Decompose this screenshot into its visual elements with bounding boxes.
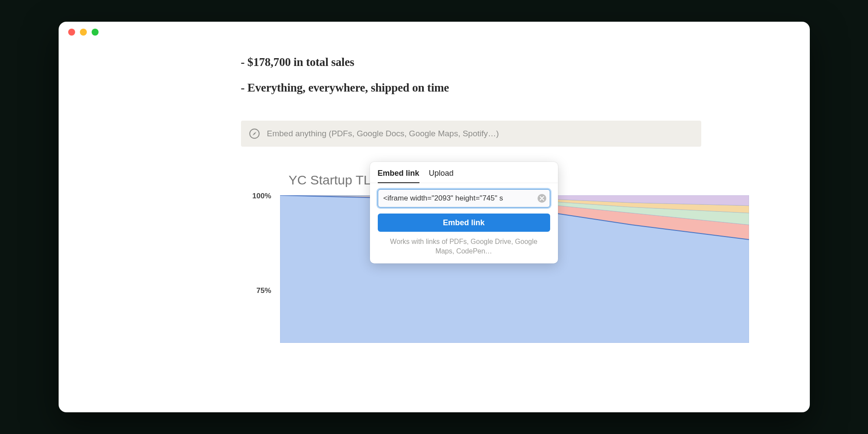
y-tick-100: 100% <box>241 192 271 201</box>
document-content: - $178,700 in total sales - Everything, … <box>59 43 810 147</box>
maximize-window-button[interactable] <box>92 29 99 36</box>
tab-upload[interactable]: Upload <box>429 167 454 183</box>
minimize-window-button[interactable] <box>80 29 87 36</box>
tab-embed-link[interactable]: Embed link <box>378 167 419 183</box>
embed-block-placeholder[interactable]: Embed anything (PDFs, Google Docs, Googl… <box>241 121 701 147</box>
embed-link-button[interactable]: Embed link <box>378 214 550 232</box>
compass-icon <box>249 128 260 139</box>
embed-helper-text: Works with links of PDFs, Google Drive, … <box>380 237 548 256</box>
embed-url-input[interactable] <box>378 189 550 207</box>
y-tick-75: 75% <box>241 286 271 295</box>
app-window: - $178,700 in total sales - Everything, … <box>59 22 810 412</box>
embed-popover: Embed link Upload Embed link Works with … <box>370 162 558 263</box>
close-window-button[interactable] <box>68 29 75 36</box>
bullet-sales: - $178,700 in total sales <box>241 56 810 69</box>
popover-tabs: Embed link Upload <box>370 167 558 183</box>
bullet-shipping: - Everything, everywhere, shipped on tim… <box>241 81 810 95</box>
clear-input-button[interactable] <box>538 194 546 203</box>
embed-placeholder-text: Embed anything (PDFs, Google Docs, Googl… <box>267 129 499 138</box>
titlebar <box>59 22 810 43</box>
svg-marker-1 <box>252 132 256 136</box>
